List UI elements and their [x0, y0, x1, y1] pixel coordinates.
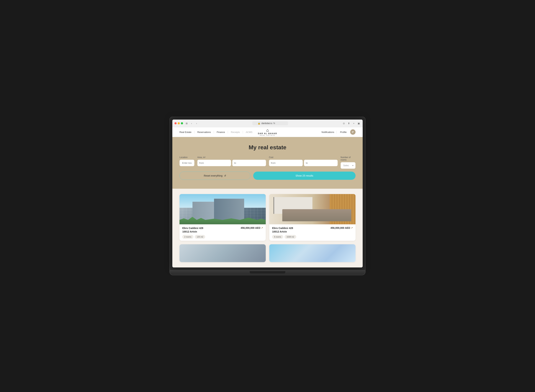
laptop-base — [169, 270, 366, 275]
nav-finance[interactable]: Finance — [214, 131, 228, 133]
rooms-tag: 6 rooms — [272, 235, 283, 238]
filter-group-cost: Cost — [269, 156, 338, 169]
show-results-button[interactable]: Show 25 results — [253, 172, 356, 180]
browser-actions: ⊙ ⬆ + ▣ — [342, 121, 361, 125]
cost-from-input[interactable] — [269, 160, 303, 166]
nav-logo: ⌂ DAR AL BAHAR REAL ESTATE — [258, 128, 277, 136]
property-card-partial[interactable] — [269, 244, 356, 262]
rooms-tag: 2 rooms — [182, 235, 193, 238]
reset-button[interactable]: Reset everything ↺ — [179, 172, 250, 180]
nav-profile-link[interactable]: Profile — [338, 131, 349, 133]
traffic-lights — [174, 122, 183, 124]
partial-building-image — [179, 244, 266, 262]
card-address: Ebru Caddesi 428 10012 Artvin — [182, 226, 203, 233]
address-bar[interactable]: 🔒 dardubai.ru ↻ — [252, 121, 288, 125]
browser-window: ⊞ ‹ › 🔒 dardubai.ru ↻ ⊙ ⬆ + ▣ — [172, 120, 363, 267]
back-icon[interactable]: ‹ — [190, 121, 193, 125]
close-traffic-light[interactable] — [174, 122, 177, 124]
nav-receipts[interactable]: Receipts — [228, 131, 243, 133]
minimize-traffic-light[interactable] — [178, 122, 180, 124]
card-info: Ebru Caddesi 428 10012 Artvin 456,000,00… — [269, 224, 356, 241]
site-nav: Real Estate Reservations Finance Receipt… — [172, 127, 363, 137]
property-card[interactable]: Ebru Caddesi 428 10012 Artvin 456,000,00… — [269, 194, 356, 241]
tabs-icon[interactable]: ▣ — [357, 121, 361, 125]
filter-row: Location Area, m² Cost — [179, 156, 356, 169]
card-tags: 6 rooms 1028 m2 — [272, 235, 353, 238]
cost-to-input[interactable] — [304, 160, 338, 166]
location-input[interactable] — [179, 160, 194, 166]
rooms-label: Number of rooms — [341, 156, 356, 161]
filter-group-rooms: Number of rooms Select number of rooms 1… — [341, 156, 356, 169]
action-row: Reset everything ↺ Show 25 results — [179, 172, 356, 180]
reset-icon: ↺ — [224, 174, 226, 177]
laptop-notch — [250, 271, 285, 274]
area-tag: 1028 m2 — [285, 235, 296, 238]
nav-real-estate[interactable]: Real Estate — [179, 131, 194, 133]
nav-right: Notifications Profile IP — [319, 129, 356, 135]
laptop-frame: ⊞ ‹ › 🔒 dardubai.ru ↻ ⊙ ⬆ + ▣ — [169, 117, 366, 275]
rooms-select[interactable]: Select number of rooms 1 room 2 rooms 3 … — [341, 162, 356, 169]
maximize-traffic-light[interactable] — [181, 122, 183, 124]
location-label: Location — [179, 156, 194, 159]
reset-label: Reset everything — [204, 174, 222, 177]
price-trend-icon: ↗ — [351, 227, 353, 229]
browser-chrome: ⊞ ‹ › 🔒 dardubai.ru ↻ ⊙ ⬆ + ▣ — [172, 120, 363, 127]
hero-section: My real estate Location Area, m² — [172, 137, 363, 189]
filter-group-area: Area, m² — [197, 156, 266, 169]
card-image — [269, 194, 356, 224]
filter-group-location: Location — [179, 156, 194, 169]
area-to-input[interactable] — [232, 160, 266, 166]
nav-acms[interactable]: ACMS — [243, 131, 255, 133]
new-tab-icon[interactable]: + — [352, 121, 356, 125]
logo-text-sub: REAL ESTATE — [260, 135, 275, 136]
properties-grid: Ebru Caddesi 428 10012 Artvin 456,000,00… — [179, 194, 356, 262]
card-address: Ebru Caddesi 428 10012 Artvin — [272, 226, 293, 233]
cost-label: Cost — [269, 156, 338, 159]
area-range — [197, 160, 266, 166]
main-content: Ebru Caddesi 428 10012 Artvin 456,000,00… — [172, 189, 363, 267]
card-top: Ebru Caddesi 428 10012 Artvin 456,000,00… — [272, 226, 353, 233]
card-top: Ebru Caddesi 428 10012 Artvin 456,000,00… — [182, 226, 263, 233]
security-icon: 🔒 — [258, 122, 260, 125]
extensions-icon[interactable]: ⊙ — [342, 121, 346, 125]
card-price: 456,000,000 AED ↗ — [330, 226, 353, 229]
building-image — [179, 194, 266, 224]
card-tags: 2 rooms 125 m2 — [182, 235, 263, 238]
card-image-partial — [179, 244, 266, 262]
interior-image — [269, 194, 356, 224]
price-trend-icon: ↗ — [261, 227, 263, 229]
nav-notifications[interactable]: Notifications — [319, 131, 337, 133]
card-info: Ebru Caddesi 428 10012 Artvin 456,000,00… — [179, 224, 266, 241]
show-results-label: Show 25 results — [296, 174, 313, 177]
sidebar-toggle-icon[interactable]: ⊞ — [185, 121, 188, 125]
profile-avatar[interactable]: IP — [350, 129, 356, 135]
cost-range — [269, 160, 338, 166]
area-tag: 125 m2 — [195, 235, 205, 238]
nav-links: Real Estate Reservations Finance Receipt… — [179, 131, 319, 133]
partial-sky-image — [269, 244, 356, 262]
reload-icon[interactable]: ↻ — [273, 122, 275, 125]
card-price: 456,000,000 AED ↗ — [241, 226, 263, 229]
property-card[interactable]: Ebru Caddesi 428 10012 Artvin 456,000,00… — [179, 194, 266, 241]
property-card-partial[interactable] — [179, 244, 266, 262]
browser-controls: ⊞ ‹ › — [185, 121, 198, 125]
laptop-screen: ⊞ ‹ › 🔒 dardubai.ru ↻ ⊙ ⬆ + ▣ — [169, 117, 366, 270]
logo-text-main: DAR AL BAHAR — [258, 132, 277, 135]
card-image — [179, 194, 266, 224]
card-image-partial — [269, 244, 356, 262]
area-from-input[interactable] — [197, 160, 231, 166]
rooms-select-wrap: Select number of rooms 1 room 2 rooms 3 … — [341, 162, 356, 169]
nav-reservations[interactable]: Reservations — [194, 131, 214, 133]
hero-title: My real estate — [179, 144, 356, 151]
url-text: dardubai.ru — [261, 122, 272, 125]
share-icon[interactable]: ⬆ — [347, 121, 351, 125]
area-label: Area, m² — [197, 156, 266, 159]
forward-icon[interactable]: › — [195, 121, 198, 125]
logo-icon: ⌂ — [266, 128, 269, 132]
address-bar-wrap: 🔒 dardubai.ru ↻ — [200, 121, 340, 125]
